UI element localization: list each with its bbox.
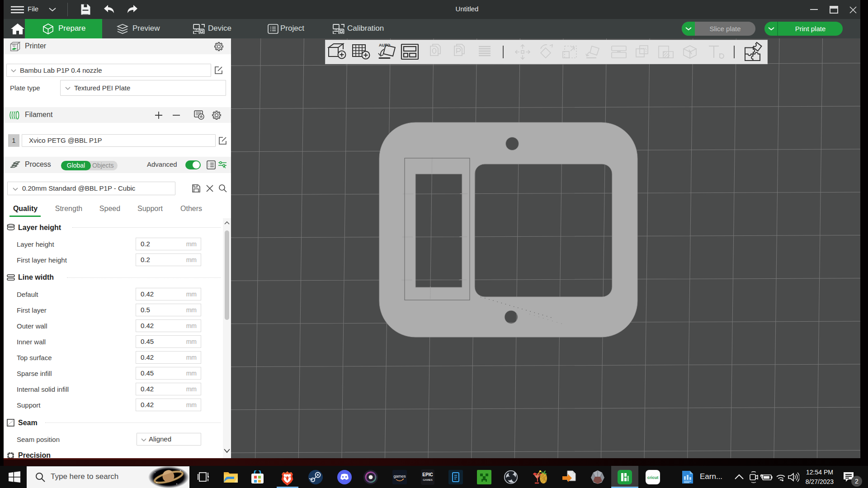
svg-text:AUTO: AUTO [379, 43, 390, 47]
svg-text:GAMES: GAMES [423, 479, 433, 481]
svg-text:cricut: cricut [647, 475, 659, 480]
svg-text:EPIC: EPIC [422, 472, 433, 477]
svg-text:games: games [393, 474, 406, 479]
